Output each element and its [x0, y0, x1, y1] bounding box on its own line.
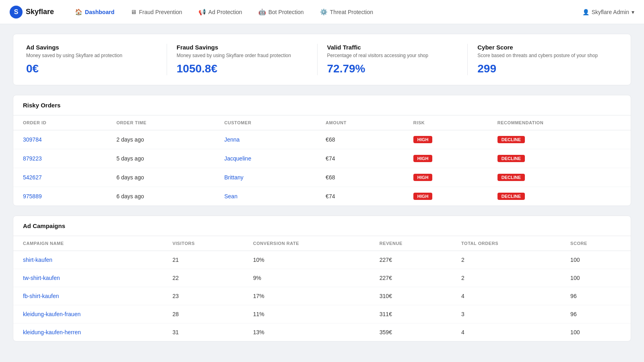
- recommendation-cell: DECLINE: [488, 149, 631, 168]
- visitors-cell: 21: [163, 251, 243, 269]
- campaign-name-cell[interactable]: kleidung-kaufen-frauen: [13, 305, 163, 323]
- risk-badge: HIGH: [413, 174, 433, 181]
- table-row: tw-shirt-kaufen 22 9% 227€ 2 100: [13, 269, 631, 287]
- table-row: 309784 2 days ago Jenna €68 HIGH DECLINE: [13, 130, 631, 149]
- brand-logo-icon: S: [10, 6, 23, 19]
- table-row: kleidung-kaufen-herren 31 13% 359€ 4 100: [13, 323, 631, 341]
- revenue-cell: 227€: [370, 269, 452, 287]
- campaign-name-cell[interactable]: fb-shirt-kaufen: [13, 287, 163, 305]
- main-content: Ad Savings Money saved by using Skyflare…: [0, 24, 644, 361]
- nav-label-dashboard: Dashboard: [85, 9, 114, 15]
- col-recommendation: RECOMMENDATION: [488, 115, 631, 130]
- col-score: SCORE: [561, 236, 631, 251]
- nav-label-fraud: Fraud Prevention: [139, 9, 182, 15]
- customer-cell[interactable]: Brittany: [215, 168, 316, 187]
- customer-cell[interactable]: Jenna: [215, 130, 316, 149]
- total-orders-cell: 3: [452, 305, 561, 323]
- stat-fraud-savings-title: Fraud Savings: [177, 44, 308, 51]
- nav-item-threat-protection[interactable]: ⚙️ Threat Protection: [318, 6, 375, 18]
- order-time-cell: 2 days ago: [107, 130, 215, 149]
- amount-cell: €74: [316, 149, 404, 168]
- stat-ad-savings-desc: Money saved by using Skyflare ad protect…: [26, 52, 157, 59]
- stat-cyber-score: Cyber Score Score based on threats and c…: [468, 44, 618, 75]
- stat-valid-traffic: Valid Traffic Percentage of real visitor…: [318, 44, 468, 75]
- recommendation-cell: DECLINE: [488, 130, 631, 149]
- visitors-cell: 22: [163, 269, 243, 287]
- nav-label-ad: Ad Protection: [208, 9, 242, 15]
- navbar: S Skyflare 🏠 Dashboard 🖥 Fraud Preventio…: [0, 0, 644, 24]
- nav-item-bot-protection[interactable]: 🤖 Bot Protection: [257, 6, 305, 18]
- score-cell: 100: [561, 323, 631, 341]
- risk-cell: HIGH: [404, 168, 488, 187]
- amount-cell: €68: [316, 130, 404, 149]
- stat-cyber-score-value: 299: [477, 62, 608, 75]
- nav-label-threat: Threat Protection: [330, 9, 373, 15]
- ad-campaigns-header-row: CAMPAIGN NAME VISITORS CONVERSION RATE R…: [13, 236, 631, 251]
- ad-campaigns-table: CAMPAIGN NAME VISITORS CONVERSION RATE R…: [13, 236, 631, 341]
- nav-item-fraud-prevention[interactable]: 🖥 Fraud Prevention: [129, 6, 184, 18]
- nav-item-dashboard[interactable]: 🏠 Dashboard: [73, 6, 116, 18]
- conversion-rate-cell: 13%: [244, 323, 370, 341]
- revenue-cell: 227€: [370, 251, 452, 269]
- nav-label-bot: Bot Protection: [268, 9, 304, 15]
- visitors-cell: 31: [163, 323, 243, 341]
- table-row: 879223 5 days ago Jacqueline €74 HIGH DE…: [13, 149, 631, 168]
- customer-cell[interactable]: Sean: [215, 187, 316, 206]
- order-time-cell: 6 days ago: [107, 187, 215, 206]
- table-row: 542627 6 days ago Brittany €68 HIGH DECL…: [13, 168, 631, 187]
- decline-badge: DECLINE: [497, 155, 525, 162]
- stat-fraud-savings-desc: Money saved by using Skyflare order frau…: [177, 52, 308, 59]
- risk-badge: HIGH: [413, 155, 433, 162]
- col-visitors: VISITORS: [163, 236, 243, 251]
- col-amount: AMOUNT: [316, 115, 404, 130]
- score-cell: 96: [561, 287, 631, 305]
- order-time-cell: 6 days ago: [107, 168, 215, 187]
- fraud-icon: 🖥: [130, 8, 136, 15]
- decline-badge: DECLINE: [497, 193, 525, 200]
- revenue-cell: 359€: [370, 323, 452, 341]
- risky-orders-section: Risky Orders ORDER ID ORDER TIME CUSTOME…: [13, 95, 631, 206]
- revenue-cell: 311€: [370, 305, 452, 323]
- decline-badge: DECLINE: [497, 174, 525, 181]
- total-orders-cell: 4: [452, 323, 561, 341]
- conversion-rate-cell: 17%: [244, 287, 370, 305]
- order-id-cell[interactable]: 309784: [13, 130, 107, 149]
- nav-item-ad-protection[interactable]: 📢 Ad Protection: [197, 6, 244, 18]
- risk-cell: HIGH: [404, 149, 488, 168]
- recommendation-cell: DECLINE: [488, 168, 631, 187]
- recommendation-cell: DECLINE: [488, 187, 631, 206]
- risk-cell: HIGH: [404, 187, 488, 206]
- brand-logo-link[interactable]: S Skyflare: [10, 6, 54, 19]
- amount-cell: €74: [316, 187, 404, 206]
- risky-orders-header-row: ORDER ID ORDER TIME CUSTOMER AMOUNT RISK…: [13, 115, 631, 130]
- order-id-cell[interactable]: 975889: [13, 187, 107, 206]
- campaign-name-cell[interactable]: shirt-kaufen: [13, 251, 163, 269]
- col-revenue: REVENUE: [370, 236, 452, 251]
- user-label: Skyflare Admin: [592, 9, 629, 15]
- user-menu[interactable]: 👤 Skyflare Admin ▾: [582, 9, 634, 15]
- customer-cell[interactable]: Jacqueline: [215, 149, 316, 168]
- score-cell: 100: [561, 251, 631, 269]
- order-id-cell[interactable]: 542627: [13, 168, 107, 187]
- risk-cell: HIGH: [404, 130, 488, 149]
- user-icon: 👤: [582, 9, 589, 15]
- stat-fraud-savings-value: 1050.8€: [177, 62, 308, 75]
- order-id-cell[interactable]: 879223: [13, 149, 107, 168]
- score-cell: 96: [561, 305, 631, 323]
- table-row: fb-shirt-kaufen 23 17% 310€ 4 96: [13, 287, 631, 305]
- brand-name: Skyflare: [26, 8, 54, 16]
- stats-row: Ad Savings Money saved by using Skyflare…: [13, 34, 631, 85]
- stat-valid-traffic-title: Valid Traffic: [327, 44, 458, 51]
- table-row: 975889 6 days ago Sean €74 HIGH DECLINE: [13, 187, 631, 206]
- col-conversion-rate: CONVERSION RATE: [244, 236, 370, 251]
- stat-cyber-score-title: Cyber Score: [477, 44, 608, 51]
- col-order-id: ORDER ID: [13, 115, 107, 130]
- conversion-rate-cell: 9%: [244, 269, 370, 287]
- campaign-name-cell[interactable]: kleidung-kaufen-herren: [13, 323, 163, 341]
- ad-protection-icon: 📢: [198, 8, 206, 16]
- total-orders-cell: 4: [452, 287, 561, 305]
- risk-badge: HIGH: [413, 136, 433, 143]
- campaign-name-cell[interactable]: tw-shirt-kaufen: [13, 269, 163, 287]
- score-cell: 100: [561, 269, 631, 287]
- dashboard-icon: 🏠: [75, 8, 83, 16]
